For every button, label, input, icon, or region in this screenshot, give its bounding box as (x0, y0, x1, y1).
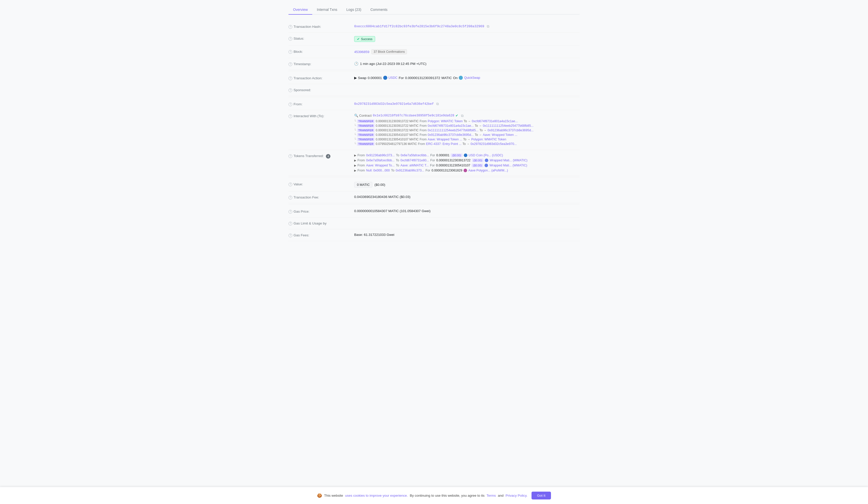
timestamp-label: ? Timestamp: (289, 62, 354, 66)
tt3-from[interactable]: Null: 0x000...000 (366, 169, 390, 172)
swap-prefix: ▶ Swap (354, 76, 366, 80)
from-address[interactable]: 0x2978231d983d32c5ea3e97021e6a7d636ef42b… (354, 102, 434, 106)
help-icon-interacted[interactable]: ? (289, 114, 292, 118)
interacted-label: ? Interacted With (To): (289, 114, 354, 118)
gas-fees-value: Base: 61.317221033 Gwei (354, 233, 579, 237)
tab-comments[interactable]: Comments (366, 5, 392, 15)
tokens-transferred-label: ? Tokens Transferred: 4 (289, 154, 354, 159)
help-icon-gaslimit[interactable]: ? (289, 222, 292, 225)
usdc-coin-icon (383, 76, 387, 80)
sponsored-label: ? Sponsored: (289, 88, 354, 92)
gas-fees-label: ? Gas Fees: (289, 233, 354, 237)
tt1-token[interactable]: Wrapped Mati... (WMATIC) (489, 159, 527, 162)
fee-label: ? Transaction Fee: (289, 195, 354, 199)
block-confirmations-container: 45396859 37 Block Confirmations (354, 49, 407, 54)
tab-overview[interactable]: Overview (289, 5, 312, 15)
tt0-from[interactable]: 0x91236ab96c373... (366, 154, 395, 157)
tokens-count-badge: 4 (326, 154, 330, 159)
timestamp-value: 🕐 1 min ago (Jul-22-2023 09:12:45 PM +UT… (354, 62, 579, 66)
tab-internal-txns[interactable]: Internal Txns (312, 5, 342, 15)
help-icon-status[interactable]: ? (289, 37, 292, 41)
transfer-item-4: └ TRANSFER 0.000001312305410107 MATIC Fr… (354, 137, 579, 141)
usdc-link[interactable]: USDC (389, 76, 397, 80)
transfer-1-from[interactable]: 0xcfd674f8731e801a4a15c1ae... (428, 124, 474, 127)
tt2-from[interactable]: Aave: Wrapped To... (366, 164, 395, 167)
help-icon-block[interactable]: ? (289, 50, 292, 54)
copy-contract-icon[interactable]: ⧉ (461, 114, 465, 117)
transfer-0-from[interactable]: Polygon: WMATIC Token (428, 119, 463, 123)
transaction-hash-value: 0xeccc6004cab1fd17f2c82bc93fe3bfe2815e3b… (354, 24, 579, 28)
tt0-coin-icon (464, 154, 467, 157)
value-usd: ($0.00) (374, 183, 385, 187)
tt3-coin-icon (464, 169, 467, 172)
tt0-token[interactable]: USD Coin (Po... (USDC) (468, 154, 503, 157)
tab-logs[interactable]: Logs (23) (342, 5, 366, 15)
tt0-to[interactable]: 0x6e7a5fafcec6bb... (401, 154, 429, 157)
quickswap-link[interactable]: QuickSwap (464, 76, 480, 80)
for-text: For (399, 76, 404, 80)
help-icon-from[interactable]: ? (289, 103, 292, 106)
tt2-to[interactable]: Aave: aWMATIC T... (400, 164, 429, 167)
fee-value: 0.0433690234180436 MATIC ($0.03) (354, 195, 579, 199)
tt2-token[interactable]: Wrapped Mati... (WMATIC) (489, 164, 527, 167)
on-text: On (453, 76, 457, 80)
transaction-hash-label: ? Transaction Hash: (289, 24, 354, 29)
timestamp-row: ? Timestamp: 🕐 1 min ago (Jul-22-2023 09… (289, 58, 579, 70)
help-icon-txaction[interactable]: ? (289, 76, 292, 80)
swap-amount1: 0.000001 (368, 76, 382, 80)
help-icon-hash[interactable]: ? (289, 25, 292, 29)
gas-price-value: 0.0000000010584307 MATIC (101.0584307 Gw… (354, 209, 579, 213)
block-value: 45396859 37 Block Confirmations (354, 49, 579, 54)
token-transfer-0: ▶ From 0x91236ab96c373... To 0x6e7a5fafc… (354, 154, 579, 157)
value-matic: 0 MATIC (354, 182, 372, 188)
copy-from-icon[interactable]: ⧉ (436, 102, 440, 106)
tx-action-value: ▶ Swap 0.000001 USDC For 0.0000013123039… (354, 76, 579, 80)
tt1-from[interactable]: 0x6e7a5fafcec6bb... (366, 159, 395, 162)
tt1-coin-icon (485, 159, 488, 162)
transaction-tabs: Overview Internal Txns Logs (23) Comment… (289, 5, 579, 15)
gas-price-label: ? Gas Price: (289, 209, 354, 214)
tokens-transferred-row: ? Tokens Transferred: 4 ▶ From 0x91236ab… (289, 150, 579, 176)
transfer-0-to[interactable]: 0xcfd674f8731e801a4a15c1ae... (472, 119, 518, 123)
help-icon-fee[interactable]: ? (289, 196, 292, 199)
help-icon-timestamp[interactable]: ? (289, 62, 292, 66)
transfer-5-to[interactable]: 0x2978231d983d32c5ea3e970... (471, 142, 517, 146)
tt2-coin-icon (485, 164, 488, 167)
tt3-token[interactable]: Aave Polygon... (aPolWM...) (468, 169, 508, 172)
interacted-row: ? Interacted With (To): 🔍 Contract 0x1e1… (289, 110, 579, 150)
sponsored-row: ? Sponsored: (289, 84, 579, 96)
transfer-4-to[interactable]: Polygon: WMATIC Token (472, 138, 506, 141)
tt1-to[interactable]: 0xcfd674f8731e80... (400, 159, 429, 162)
quickswap-icon (459, 76, 463, 80)
block-number[interactable]: 45396859 (354, 50, 369, 54)
transfer-2-to[interactable]: 0x91236ab96c3737cb8e3695d... (487, 128, 534, 132)
help-icon-tokens[interactable]: ? (289, 154, 292, 158)
token-transfer-2: ▶ From Aave: Wrapped To... To Aave: aWMA… (354, 164, 579, 167)
tx-action-container: ▶ Swap 0.000001 USDC For 0.0000013123039… (354, 76, 579, 80)
transfer-5-from[interactable]: ERC-4337: Entry Point ... (426, 142, 461, 146)
tt3-to[interactable]: 0x91236ab96c373... (396, 169, 424, 172)
value-row: ? Value: 0 MATIC ($0.00) (289, 178, 579, 191)
token-transfer-1: ▶ From 0x6e7a5fafcec6bb... To 0xcfd674f8… (354, 159, 579, 162)
contract-address[interactable]: 0x1e1c66210fb97c76cdaee38950f5e9c181e9da… (373, 114, 454, 117)
tx-action-row: ? Transaction Action: ▶ Swap 0.000001 US… (289, 72, 579, 84)
transfer-item-5: └ TRANSFER 0.07950254812797136 MATIC Fro… (354, 141, 579, 146)
transfer-4-from[interactable]: Aave: Wrapped Token ... (428, 138, 462, 141)
from-value: 0x2978231d983d32c5ea3e97021e6a7d636ef42b… (354, 102, 579, 106)
timestamp-container: 🕐 1 min ago (Jul-22-2023 09:12:45 PM +UT… (354, 62, 579, 66)
help-icon-gasfees[interactable]: ? (289, 233, 292, 237)
transfer-item-3: └ TRANSFER 0.000001312305410107 MATIC Fr… (354, 133, 579, 137)
help-icon-value[interactable]: ? (289, 182, 292, 186)
transfer-3-from[interactable]: 0x91236ab96c3737cb8e3695d... (428, 133, 474, 137)
transfer-2-from[interactable]: 0x11111111254eeb25477b68fb85... (428, 128, 478, 132)
help-icon-sponsored[interactable]: ? (289, 88, 292, 92)
transfer-tree: └ TRANSFER 0.000001312303913722 MATIC Fr… (354, 119, 579, 146)
transfer-1-to[interactable]: 0x11111111254eeb25477b68fb85... (483, 124, 534, 127)
value-label: ? Value: (289, 182, 354, 186)
status-value: ✔ Success (354, 36, 579, 42)
copy-hash-icon[interactable]: ⧉ (487, 24, 490, 28)
clock-icon: 🕐 (354, 62, 359, 66)
transfer-3-to[interactable]: Aave: Wrapped Token ... (483, 133, 517, 137)
help-icon-gasprice[interactable]: ? (289, 210, 292, 214)
status-label: ? Status: (289, 36, 354, 41)
